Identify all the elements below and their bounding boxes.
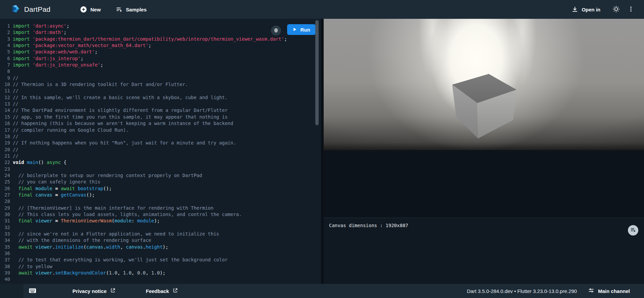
code-line: 3import 'package:thermion_dart/thermion_… [0, 36, 321, 42]
channel-selector[interactable]: Main channel [588, 287, 630, 295]
code-line: 14// The DartPad environment is slightly… [0, 107, 321, 114]
main-split: 1import 'dart:async';2import 'dart:math'… [0, 19, 644, 284]
console-output: Canvas dimensions : 644x298 [329, 223, 639, 228]
code-line: 11// [0, 88, 321, 94]
run-button[interactable]: Run [287, 24, 316, 35]
dart-logo-icon [11, 4, 20, 15]
code-line: 16// happening (this is because we aren'… [0, 120, 321, 127]
code-line: 38 // to yellow [0, 263, 321, 270]
code-line: 6import 'dart:js_interop'; [0, 55, 321, 62]
brightness-sun-icon [612, 5, 620, 14]
clear-console-icon [630, 227, 636, 234]
privacy-notice-label: Privacy notice [72, 288, 107, 294]
code-line: 37 // to test that everything is working… [0, 257, 321, 263]
open-in-new-icon [172, 288, 178, 294]
code-line: 18// [0, 133, 321, 140]
clear-console-button[interactable] [628, 225, 638, 236]
statusbar-corner-block [0, 284, 23, 298]
code-line: 29 // [ThermionViewer] is the main inter… [0, 205, 321, 211]
code-line: 5import 'package:web/web.dart'; [0, 49, 321, 55]
tune-icon [588, 287, 595, 295]
code-line: 12// In this sample, we'll create a basi… [0, 94, 321, 101]
open-in-new-icon [110, 288, 116, 294]
code-line: 23 [0, 166, 321, 172]
code-line: 22void main() async { [0, 159, 321, 166]
playlist-add-icon [115, 6, 123, 13]
open-in-label: Open in [582, 7, 600, 12]
render-viewport[interactable] [324, 19, 644, 150]
code-line: 10// Thermion is a 3D rendering toolkit … [0, 81, 321, 88]
privacy-notice-link[interactable]: Privacy notice [72, 288, 116, 294]
brand: DartPad [11, 4, 50, 15]
code-line: 7import 'dart:js_interop_unsafe'; [0, 62, 321, 68]
code-line: 28 [0, 198, 321, 205]
code-line: 24 // boilerplate to setup our rendering… [0, 172, 321, 179]
code-line: 39 await viewer.setBackgroundColor(1.0, … [0, 270, 321, 276]
feedback-link[interactable]: Feedback [146, 288, 178, 294]
keyboard-shortcuts-button[interactable] [28, 287, 37, 295]
code-line: 20// [0, 146, 321, 153]
code-line: 15// app, so the first time you run this… [0, 114, 321, 120]
overflow-menu-button[interactable] [625, 4, 637, 15]
code-line: 26 final module = await bootstrap(); [0, 185, 321, 192]
samples-button[interactable]: Samples [115, 6, 147, 13]
code-line: 35 await viewer.initialize(canvas.width,… [0, 244, 321, 250]
code-line: 27 final canvas = getCanvas(); [0, 192, 321, 198]
top-bar: DartPad New Samples [0, 0, 644, 19]
code-line: 19// If nothing happens when you hit "Ru… [0, 140, 321, 146]
code-line: 17// compiler running on Google Cloud Ru… [0, 127, 321, 133]
code-line: 36 [0, 250, 321, 257]
play-icon [292, 27, 297, 33]
code-line: 40 [0, 276, 321, 283]
code-line: 4import 'package:vector_math/vector_math… [0, 42, 321, 49]
version-text: Dart 3.5.0-284.0.dev • Flutter 3.23.0-13… [467, 288, 577, 294]
code-line: 25 // you can safely ignore this [0, 179, 321, 185]
kebab-menu-icon [628, 6, 634, 13]
new-button-label: New [90, 7, 101, 12]
code-line: 34 // with the dimensions of the renderi… [0, 237, 321, 244]
samples-button-label: Samples [126, 7, 147, 12]
keyboard-icon [28, 287, 37, 295]
dartpad-app: DartPad New Samples [0, 0, 644, 298]
code-lines: 1import 'dart:async';2import 'dart:math'… [0, 23, 321, 283]
code-line: 9// [0, 75, 321, 81]
feedback-label: Feedback [146, 288, 169, 294]
run-button-label: Run [300, 27, 310, 33]
code-line: 33 // since we're not in a Flutter appli… [0, 231, 321, 237]
new-button[interactable]: New [80, 6, 101, 13]
download-icon [571, 6, 579, 13]
format-align-icon [273, 27, 279, 34]
code-line: 30 // This class lets you load assets, l… [0, 211, 321, 218]
open-in-button[interactable]: Open in [571, 6, 600, 13]
cube-3d [324, 19, 644, 150]
code-editor[interactable]: 1import 'dart:async';2import 'dart:math'… [0, 19, 321, 284]
code-line: 8 [0, 68, 321, 75]
code-line: 13// [0, 101, 321, 107]
editor-scrollbar-thumb[interactable] [315, 20, 319, 125]
code-line: 21// [0, 153, 321, 159]
status-bar: Privacy notice Feedback Dart 3.5.0-284.0… [0, 284, 644, 298]
code-line: 32 [0, 224, 321, 231]
brightness-toggle-button[interactable] [610, 4, 622, 15]
output-pane: Canvas dimensions : 644x298 [324, 19, 644, 284]
editor-pane: 1import 'dart:async';2import 'dart:math'… [0, 19, 321, 284]
channel-label: Main channel [598, 288, 630, 294]
code-line: 31 final viewer = ThermionViewerWasm(mod… [0, 218, 321, 224]
console-panel: Canvas dimensions : 644x298 [324, 218, 644, 284]
plus-circle-icon [80, 6, 87, 13]
page-title: DartPad [24, 5, 50, 13]
format-button[interactable] [271, 26, 281, 36]
